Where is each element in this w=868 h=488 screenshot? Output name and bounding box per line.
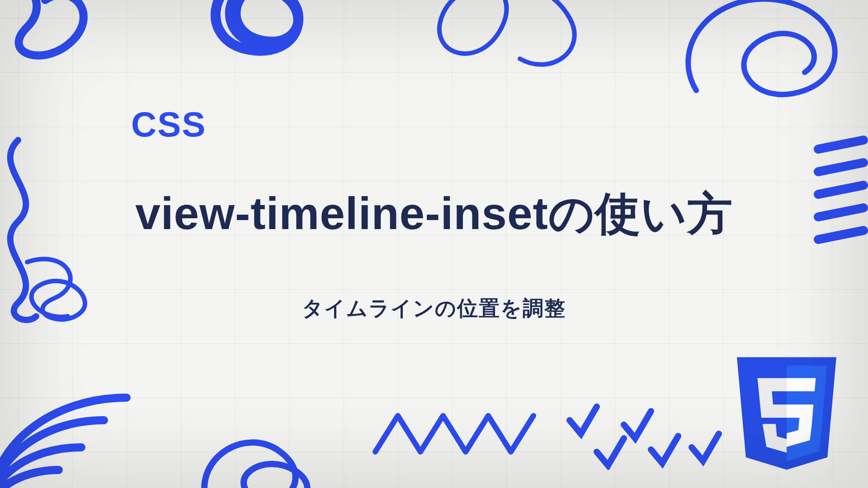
css3-logo-icon (737, 357, 836, 470)
page-subtitle: タイムラインの位置を調整 (302, 295, 566, 323)
category-label: CSS (131, 104, 206, 145)
page-title: view-timeline-insetの使い方 (135, 184, 733, 245)
